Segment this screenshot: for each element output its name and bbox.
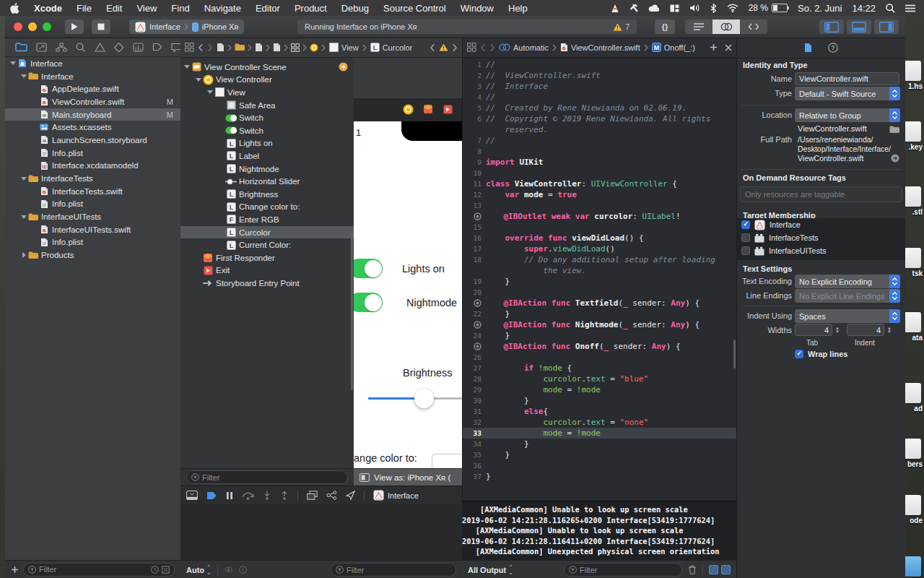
toggle-navigator-button[interactable] [819, 20, 844, 34]
outline-row-storyboard-entry-point[interactable]: Storyboard Entry Point [180, 277, 354, 290]
step-out-button[interactable] [280, 491, 289, 500]
connection-well-icon[interactable] [463, 298, 484, 309]
target-row-interfaceuitests[interactable]: InterfaceUITests [737, 244, 905, 257]
code-line-20[interactable]: 20 [463, 287, 737, 298]
source-editor[interactable]: 1//2// ViewController.swift3// Interface… [462, 58, 737, 501]
outline-row-change-color-to-[interactable]: LChange color to: [180, 201, 354, 214]
menu-date[interactable]: So. 2. Juni [798, 3, 842, 14]
add-file-button[interactable] [11, 566, 19, 574]
breadcrumb-document-icon[interactable] [217, 43, 225, 52]
disclosure-triangle[interactable] [183, 65, 191, 69]
nightmode-label[interactable]: Nightmode [406, 297, 457, 309]
assistant-editor-button[interactable] [712, 20, 740, 34]
debug-console[interactable]: [AXMediaCommon] Unable to look up screen… [462, 501, 736, 560]
code-line-35[interactable]: 35 } [463, 449, 737, 460]
toggle-debug-area-button[interactable] [186, 491, 198, 500]
code-line-21[interactable]: @IBAction func Textfield(_ sender: Any) … [463, 298, 737, 309]
run-button[interactable] [65, 20, 84, 34]
breadcrumb-document-icon[interactable] [255, 43, 263, 52]
navigator-filter-input[interactable]: Filter [23, 563, 175, 577]
code-line-22[interactable]: 22 } [463, 309, 737, 319]
menu-window[interactable]: Window [461, 3, 494, 14]
outline-row-enter-rgb[interactable]: FEnter RGB [180, 213, 354, 226]
nightmode-switch[interactable] [354, 293, 383, 312]
indent-using-dropdown[interactable]: Spaces [795, 309, 900, 323]
lights-on-label[interactable]: Lights on [402, 263, 445, 275]
warning-icon[interactable] [439, 43, 448, 51]
rgb-text-field[interactable] [432, 454, 462, 468]
editor-scrollbar[interactable] [733, 340, 736, 368]
stop-button[interactable] [92, 20, 110, 34]
menu-editor[interactable]: Editor [256, 3, 280, 14]
code-line-26[interactable]: 26 [463, 352, 737, 363]
wifi-icon[interactable] [727, 4, 738, 12]
related-items-icon[interactable] [467, 43, 476, 52]
breadcrumb-view[interactable]: View [329, 43, 359, 52]
toggle-inspector-button[interactable] [874, 20, 899, 34]
breadcrumb-selection[interactable]: L Curcolor [370, 43, 413, 52]
navigator-tab-tests[interactable] [114, 43, 124, 52]
file-inspector-tab[interactable] [804, 43, 812, 53]
connection-well-icon[interactable] [463, 319, 484, 330]
minimize-window-button[interactable] [28, 22, 37, 31]
file-row-viewcontroller-swift[interactable]: ViewController.swiftM [5, 95, 180, 108]
back-button[interactable] [480, 43, 486, 52]
brightness-slider-track-right[interactable] [433, 397, 462, 400]
connection-well-icon[interactable] [463, 211, 484, 222]
apple-menu-icon[interactable] [10, 3, 19, 14]
close-window-button[interactable] [14, 22, 22, 31]
notification-center-icon[interactable] [905, 4, 915, 12]
disclosure-triangle[interactable] [195, 78, 202, 82]
file-row-interfaceuitests-swift[interactable]: InterfaceUITests.swift [5, 223, 180, 236]
disclosure-triangle[interactable] [20, 215, 27, 219]
scm-status-filter-icon[interactable] [162, 566, 170, 574]
menu-product[interactable]: Product [295, 3, 327, 14]
breadcrumb-folder-icon[interactable] [235, 43, 245, 51]
cloud-icon[interactable] [648, 4, 660, 12]
target-checkbox[interactable] [741, 246, 750, 255]
outline-filter-input[interactable]: Filter [186, 470, 348, 484]
code-line-24[interactable]: 24 } [463, 330, 737, 341]
tab-width-stepper[interactable]: ▲▼ [834, 324, 841, 336]
brightness-slider-track[interactable] [368, 397, 416, 400]
code-line-9[interactable]: 9import UIKit [463, 157, 737, 168]
step-into-button[interactable] [263, 491, 271, 500]
forward-button[interactable] [489, 43, 495, 52]
exit-dock-icon[interactable] [443, 104, 453, 117]
file-row-interface[interactable]: Interface [5, 57, 180, 70]
warning-counter[interactable]: 7 [613, 23, 629, 31]
view-controller-dock-icon[interactable] [403, 104, 414, 118]
code-line-13[interactable]: 13 [463, 200, 737, 211]
console-scope-selector[interactable]: All Output⌃⌄ [462, 565, 513, 575]
spotlight-search-icon[interactable] [886, 4, 895, 13]
outline-row-exit[interactable]: Exit [180, 264, 354, 277]
recent-files-icon[interactable] [151, 566, 159, 574]
file-row-main-storyboard[interactable]: Main.storyboardM [5, 108, 180, 121]
file-row-info-plist[interactable]: Info.plist [5, 147, 180, 160]
code-line-19[interactable]: 19 } [463, 276, 737, 287]
file-row-info-plist[interactable]: Info.plist [5, 198, 180, 211]
lights-on-switch[interactable] [354, 259, 383, 278]
code-line-15[interactable]: 15 [463, 222, 737, 233]
outline-row-safe-area[interactable]: Safe Area [180, 99, 354, 112]
name-field[interactable]: ViewController.swift [795, 72, 899, 85]
forward-button[interactable] [207, 43, 213, 52]
file-row-interface-xcdatamodeld[interactable]: Interface.xcdatamodeld [5, 160, 180, 173]
indent-width-stepper[interactable]: ▲▼ [886, 324, 893, 336]
breadcrumb-storyboard-icon[interactable] [291, 43, 300, 52]
zoom-window-button[interactable] [43, 22, 51, 31]
outline-row-current-color-[interactable]: LCurrent Color: [180, 238, 354, 251]
code-line-3[interactable]: 3// Interface [463, 81, 737, 92]
outline-scrollbar[interactable] [351, 231, 353, 390]
info-icon[interactable]: i [239, 566, 247, 574]
file-row-products[interactable]: Products [5, 249, 180, 262]
close-assistant-editor-button[interactable] [725, 44, 732, 51]
quick-help-tab[interactable]: ? [828, 43, 838, 53]
outline-row-switch[interactable]: Switch [180, 111, 354, 124]
code-line-7[interactable]: 7// [463, 135, 737, 146]
breakpoints-active-button[interactable] [206, 491, 217, 500]
target-checkbox[interactable] [741, 233, 750, 242]
toggle-console-view-button[interactable] [721, 565, 731, 574]
code-line-6[interactable]: 6// Copyright © 2019 Rene Niewianda. All… [463, 113, 737, 124]
type-dropdown[interactable]: Default - Swift Source [795, 87, 900, 100]
